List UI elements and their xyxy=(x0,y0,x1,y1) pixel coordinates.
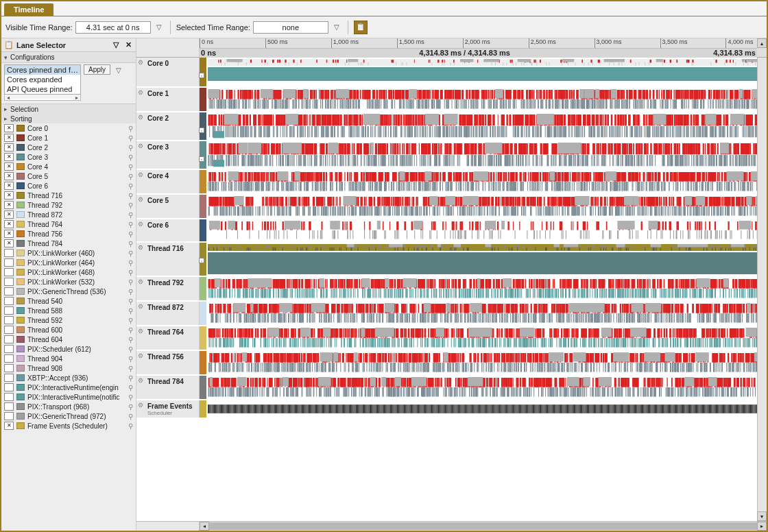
pin-icon[interactable]: ⚲ xyxy=(126,298,134,305)
pin-icon[interactable]: ⚲ xyxy=(126,240,134,247)
track-body[interactable] xyxy=(200,219,767,241)
lane-row[interactable]: ✕Thread 792⚲ xyxy=(1,200,136,210)
track-body[interactable]: ▫ xyxy=(200,58,767,86)
track-body[interactable] xyxy=(200,326,767,350)
lane-row[interactable]: Thread 908⚲ xyxy=(1,363,136,373)
lane-row[interactable]: PIX::GenericThread (536)⚲ xyxy=(1,287,136,296)
pin-icon[interactable]: ⚲ xyxy=(126,269,134,276)
lane-selector-dropdown[interactable]: ▽ xyxy=(111,40,121,49)
pin-icon[interactable]: ⚲ xyxy=(126,384,134,391)
vscroll-track[interactable] xyxy=(757,58,767,511)
lane-checkbox[interactable] xyxy=(4,316,14,324)
lane-checkbox[interactable] xyxy=(4,258,14,267)
lane-row[interactable]: ✕Core 1⚲ xyxy=(1,133,136,143)
lane-checkbox[interactable]: ✕ xyxy=(4,210,14,219)
pin-icon[interactable]: ⚲ xyxy=(126,134,134,142)
lane-checkbox[interactable] xyxy=(4,364,14,372)
pin-icon[interactable]: ⚲ xyxy=(126,259,134,267)
lane-row[interactable]: XBTP::Accept (936)⚲ xyxy=(1,373,136,383)
lane-checkbox[interactable] xyxy=(4,287,14,295)
lane-checkbox[interactable]: ✕ xyxy=(4,143,14,152)
lane-checkbox[interactable] xyxy=(4,374,14,382)
track-row[interactable]: ⚙Core 4 xyxy=(136,170,767,195)
lane-row[interactable]: ✕Thread 764⚲ xyxy=(1,219,136,229)
vscroll-down-button[interactable]: ▾ xyxy=(757,511,767,521)
pin-icon[interactable]: ⚲ xyxy=(126,163,134,171)
clipboard-button[interactable]: 📋 xyxy=(354,21,368,34)
pin-icon[interactable]: ⚲ xyxy=(126,221,134,228)
scroll-right-icon[interactable]: ▸ xyxy=(73,95,80,100)
config-option[interactable]: Cores pinned and flatt xyxy=(5,65,80,75)
pin-icon[interactable]: ⚲ xyxy=(126,250,134,257)
gear-icon[interactable]: ⚙ xyxy=(138,352,145,359)
lane-checkbox[interactable] xyxy=(4,412,14,420)
time-ruler[interactable]: 0 ns 4,314.83 ms / 4,314.83 ms 4,314.83 … xyxy=(136,38,767,58)
lane-checkbox[interactable] xyxy=(4,383,14,391)
track-body[interactable] xyxy=(200,302,767,325)
lane-checkbox[interactable] xyxy=(4,326,14,334)
gear-icon[interactable]: ⚙ xyxy=(138,328,145,335)
track-row[interactable]: ⚙Thread 764 xyxy=(136,326,767,351)
lane-checkbox[interactable] xyxy=(4,402,14,411)
lane-row[interactable]: PIX::LinkWorker (460)⚲ xyxy=(1,248,136,258)
lane-row[interactable]: ✕Thread 716⚲ xyxy=(1,191,136,200)
hscroll-thumb[interactable] xyxy=(209,522,757,530)
lane-row[interactable]: ✕Core 4⚲ xyxy=(1,162,136,171)
gear-icon[interactable]: ⚙ xyxy=(138,221,145,228)
lane-checkbox[interactable] xyxy=(4,345,14,353)
lane-row[interactable]: ✕Core 5⚲ xyxy=(1,171,136,181)
lane-row[interactable]: PIX::InteractiveRuntime(notific⚲ xyxy=(1,392,136,402)
selected-range-dropdown[interactable]: ▽ xyxy=(331,22,342,33)
track-row[interactable]: ⚙Frame EventsScheduler xyxy=(136,400,767,419)
lane-row[interactable]: ✕Core 3⚲ xyxy=(1,152,136,162)
lane-checkbox[interactable]: ✕ xyxy=(4,220,14,228)
pin-icon[interactable]: ⚲ xyxy=(126,346,134,353)
vscroll-up-button[interactable]: ▴ xyxy=(757,38,767,48)
lane-row[interactable]: Thread 904⚲ xyxy=(1,354,136,363)
lane-row[interactable]: ✕Core 2⚲ xyxy=(1,143,136,152)
hscroll-track[interactable] xyxy=(209,522,757,531)
pin-icon[interactable]: ⚲ xyxy=(126,336,134,343)
pin-icon[interactable]: ⚲ xyxy=(126,125,134,132)
collapse-toggle[interactable]: ▫ xyxy=(199,128,204,133)
tab-timeline[interactable]: Timeline xyxy=(4,3,53,16)
sorting-section-header[interactable]: Sorting xyxy=(1,114,136,123)
gear-icon[interactable]: ⚙ xyxy=(138,171,145,178)
lane-selector-close[interactable]: ✕ xyxy=(123,40,133,49)
lane-row[interactable]: ✕Thread 756⚲ xyxy=(1,229,136,239)
lane-checkbox[interactable]: ✕ xyxy=(4,230,14,238)
lane-row[interactable]: ✕Thread 784⚲ xyxy=(1,239,136,248)
lane-checkbox[interactable]: ✕ xyxy=(4,134,14,142)
lane-checkbox[interactable] xyxy=(4,335,14,343)
lane-row[interactable]: PIX::GenericThread (972)⚲ xyxy=(1,411,136,421)
pin-icon[interactable]: ⚲ xyxy=(126,182,134,190)
configurations-listbox[interactable]: Cores pinned and flattCores expandedAPI … xyxy=(4,64,81,95)
gear-icon[interactable]: ⚙ xyxy=(138,59,145,66)
track-row[interactable]: ⚙Thread 784 xyxy=(136,376,767,400)
lane-checkbox[interactable]: ✕ xyxy=(4,191,14,200)
lane-row[interactable]: ✕Frame Events (Scheduler)⚲ xyxy=(1,421,136,431)
track-body[interactable] xyxy=(200,277,767,300)
pin-icon[interactable]: ⚲ xyxy=(126,154,134,161)
lane-checkbox[interactable]: ✕ xyxy=(4,153,14,161)
gear-icon[interactable]: ⚙ xyxy=(138,143,145,149)
lane-checkbox[interactable]: ✕ xyxy=(4,201,14,209)
collapse-toggle[interactable]: ▫ xyxy=(199,73,204,78)
lane-row[interactable]: Thread 604⚲ xyxy=(1,335,136,344)
lane-checkbox[interactable]: ✕ xyxy=(4,239,14,247)
gear-icon[interactable]: ⚙ xyxy=(138,377,145,384)
track-body[interactable]: ▫ xyxy=(200,243,767,276)
track-body[interactable] xyxy=(200,170,767,193)
gear-icon[interactable]: ⚙ xyxy=(138,244,145,251)
track-row[interactable]: ⚙Thread 716▫ xyxy=(136,243,767,277)
lane-checkbox[interactable]: ✕ xyxy=(4,182,14,190)
lane-row[interactable]: ✕Thread 872⚲ xyxy=(1,210,136,219)
selected-range-value[interactable]: none xyxy=(253,21,328,34)
gear-icon[interactable]: ⚙ xyxy=(138,196,145,203)
pin-icon[interactable]: ⚲ xyxy=(126,202,134,209)
lane-checkbox[interactable] xyxy=(4,268,14,276)
lane-row[interactable]: PIX::LinkWorker (464)⚲ xyxy=(1,258,136,267)
track-row[interactable]: ⚙Thread 792 xyxy=(136,277,767,302)
hscroll-bar[interactable]: ◂ ▸ xyxy=(136,521,767,531)
track-body[interactable]: ▫ xyxy=(200,112,767,140)
